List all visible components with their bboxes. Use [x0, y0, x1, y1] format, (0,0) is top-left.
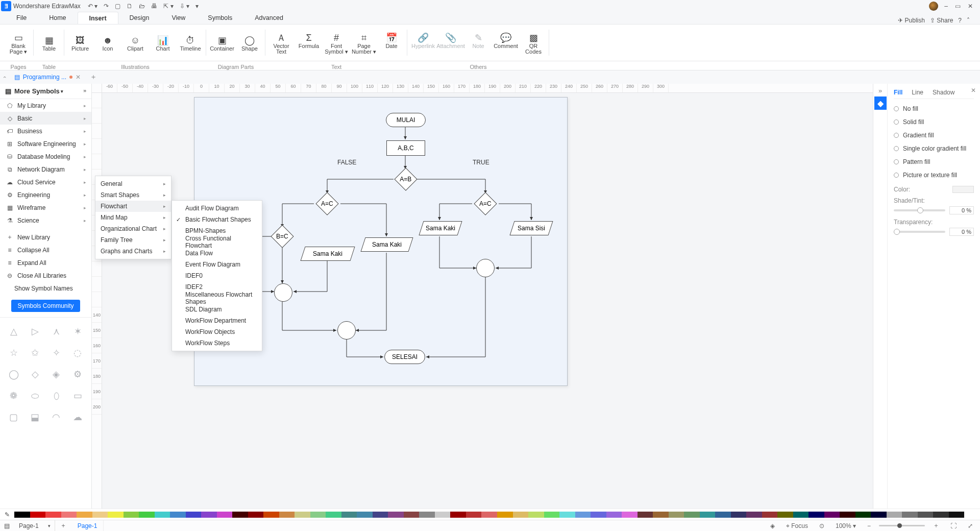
submenu-item[interactable]: Organizational Chart▸	[95, 223, 171, 234]
page-tab[interactable]: Page-1	[71, 520, 104, 531]
qat-import[interactable]: ⇩ ▾	[180, 3, 189, 10]
color-swatch-item[interactable]	[684, 512, 700, 518]
symbol-category-item[interactable]: ⬠My Library▸	[0, 99, 91, 112]
symbol-panel-header[interactable]: ▤ More Symbols ▾ «	[0, 84, 91, 99]
connector-circle-2[interactable]	[337, 321, 356, 340]
eyedropper-icon[interactable]: ✎	[3, 511, 11, 518]
page-number-button[interactable]: ⌗Page Number ▾	[350, 31, 378, 55]
submenu-item[interactable]: SDL Diagram	[172, 304, 262, 315]
submenu-item[interactable]: Graphs and Charts▸	[95, 246, 171, 257]
palette-shape[interactable]: ✧	[47, 343, 66, 363]
palette-shape[interactable]: ⬯	[47, 386, 66, 405]
fill-option[interactable]: Pattern fill	[894, 155, 974, 168]
doctab-chev-icon[interactable]: ‹	[2, 76, 8, 78]
formula-button[interactable]: ΣFormula	[295, 31, 323, 49]
submenu-item[interactable]: IDEF0	[172, 270, 262, 281]
library-op-item[interactable]: ＋New Library	[0, 231, 91, 244]
library-op-item[interactable]: ⊖Close All Libraries	[0, 269, 91, 282]
color-swatch-item[interactable]	[279, 512, 295, 518]
fill-option[interactable]: No fill	[894, 102, 974, 115]
share-button[interactable]: ⇪ Share	[930, 17, 953, 24]
fullscreen-icon[interactable]: ⤢	[965, 522, 976, 529]
fill-option[interactable]: Gradient fill	[894, 129, 974, 142]
publish-button[interactable]: ✈ Publish	[898, 17, 925, 24]
clipart-button[interactable]: ☺Clipart	[121, 34, 149, 52]
color-swatch-item[interactable]	[902, 512, 918, 518]
color-swatch-item[interactable]	[808, 512, 824, 518]
symbol-category-item[interactable]: 🏷Business▸	[0, 125, 91, 137]
color-swatch-item[interactable]	[404, 512, 420, 518]
timeline-button[interactable]: ⏱Timeline	[177, 34, 204, 52]
color-swatch-item[interactable]	[248, 512, 264, 518]
color-swatch-item[interactable]	[638, 512, 653, 518]
palette-shape[interactable]: ▷	[26, 322, 45, 341]
shape-button[interactable]: ◯Shape	[236, 34, 263, 52]
palette-shape[interactable]: ◠	[47, 407, 66, 427]
color-swatch-item[interactable]	[357, 512, 373, 518]
palette-shape[interactable]: ✩	[26, 343, 45, 363]
submenu-item[interactable]: Family Tree▸	[95, 234, 171, 246]
palette-shape[interactable]: ⬓	[26, 407, 45, 427]
color-swatch-item[interactable]	[918, 512, 934, 518]
submenu-item[interactable]: WorkFlow Steps	[172, 337, 262, 349]
color-swatch-item[interactable]	[326, 512, 341, 518]
palette-shape[interactable]: ⬭	[26, 386, 45, 405]
maximize-button[interactable]: ▭	[955, 3, 961, 10]
io-sama-sisi[interactable]: Sama Sisi	[509, 221, 553, 235]
color-swatch-item[interactable]	[933, 512, 949, 518]
color-swatch-item[interactable]	[139, 512, 155, 518]
date-button[interactable]: 📅Date	[378, 31, 405, 49]
color-swatch-item[interactable]	[715, 512, 731, 518]
color-swatch-item[interactable]	[513, 512, 529, 518]
symbol-category-item[interactable]: ▦Wireframe▸	[0, 201, 91, 214]
submenu-item[interactable]: WorkFlow Objects	[172, 326, 262, 337]
color-swatch-item[interactable]	[92, 512, 108, 518]
color-swatch-item[interactable]	[186, 512, 202, 518]
library-op-item[interactable]: ≡Collapse All	[0, 244, 91, 256]
fill-option[interactable]: Single color gradient fill	[894, 142, 974, 155]
icon-button[interactable]: ☻Icon	[94, 34, 121, 52]
color-swatch-item[interactable]	[77, 512, 92, 518]
table-button[interactable]: ▦ Table	[35, 34, 63, 52]
symbols-community-button[interactable]: Symbols Community	[11, 300, 80, 312]
submenu-item[interactable]: WorkFlow Department	[172, 315, 262, 326]
color-swatch[interactable]	[952, 186, 974, 193]
color-swatch-item[interactable]	[435, 512, 451, 518]
color-swatch-item[interactable]	[295, 512, 310, 518]
tab-line[interactable]: Line	[912, 89, 923, 96]
color-swatch-item[interactable]	[388, 512, 404, 518]
palette-shape[interactable]: △	[4, 322, 23, 341]
color-swatch-item[interactable]	[30, 512, 46, 518]
layers-icon[interactable]: ◈	[767, 522, 778, 529]
color-swatch-item[interactable]	[591, 512, 606, 518]
decision-b-eq-c[interactable]: B=C	[271, 225, 293, 248]
palette-shape[interactable]: ☁	[68, 407, 87, 427]
qat-btn[interactable]: ▢	[115, 3, 120, 10]
qat-export[interactable]: ⇱ ▾	[163, 3, 173, 10]
color-swatch-item[interactable]	[170, 512, 186, 518]
menu-insert[interactable]: Insert	[78, 12, 118, 24]
blank-page-button[interactable]: ▭ Blank Page ▾	[5, 31, 32, 55]
transparency-slider[interactable]	[894, 231, 945, 233]
color-swatch-item[interactable]	[544, 512, 560, 518]
symbol-category-item[interactable]: ⛁Database Modeling▸	[0, 150, 91, 163]
color-swatch-item[interactable]	[746, 512, 762, 518]
color-swatch-item[interactable]	[559, 512, 575, 518]
color-swatch-item[interactable]	[855, 512, 871, 518]
color-swatch-item[interactable]	[155, 512, 170, 518]
menu-file[interactable]: File	[5, 12, 38, 24]
color-swatch-item[interactable]	[731, 512, 747, 518]
color-swatch-item[interactable]	[887, 512, 902, 518]
color-swatch-item[interactable]	[108, 512, 124, 518]
io-sama-kaki-right[interactable]: Sama Kaki	[419, 221, 462, 235]
symbol-category-item[interactable]: ⊞Software Engineering▸	[0, 137, 91, 150]
terminator-start[interactable]: MULAI	[386, 113, 426, 127]
tab-fill[interactable]: Fill	[894, 89, 902, 96]
comment-button[interactable]: 💬Comment	[492, 31, 520, 49]
decision-a-eq-b[interactable]: A=B	[394, 167, 417, 190]
color-swatch-item[interactable]	[450, 512, 466, 518]
shade-slider[interactable]	[894, 209, 945, 211]
qr-codes-button[interactable]: ▩QR Codes	[520, 31, 547, 55]
hyperlink-button[interactable]: 🔗Hyperlink	[409, 31, 437, 49]
submenu-item[interactable]: Mind Map▸	[95, 212, 171, 223]
